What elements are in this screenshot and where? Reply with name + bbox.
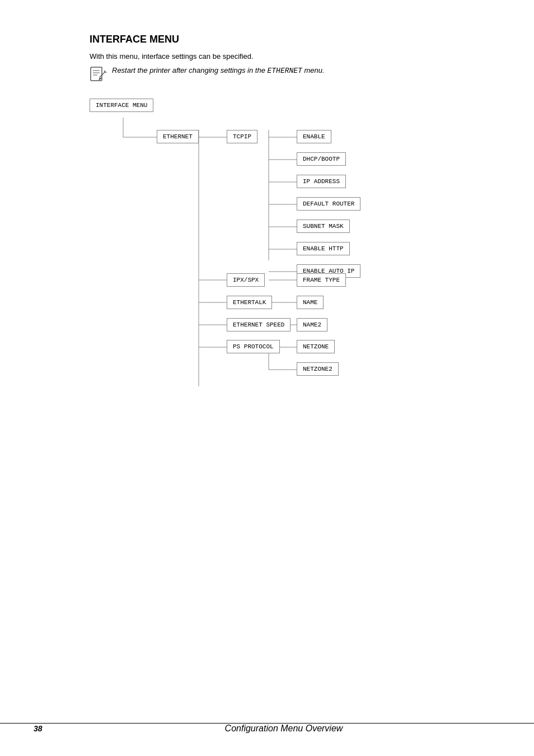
page-container: INTERFACE MENU With this menu, interface… — [0, 0, 534, 756]
tcpip-box: TCPIP — [227, 130, 257, 143]
enablehttp-box: ENABLE HTTP — [297, 242, 350, 255]
name2-box: NAME2 — [297, 318, 327, 332]
top-level-box: INTERFACE MENU — [90, 99, 153, 112]
netzone2-box: NETZONE2 — [297, 362, 339, 376]
ethernet-speed-box: ETHERNET SPEED — [227, 318, 291, 332]
diagram-lines — [90, 118, 448, 465]
ethernet-box: ETHERNET — [157, 130, 199, 143]
dhcpbootp-box: DHCP/BOOTP — [297, 152, 346, 166]
footer-page-number: 38 — [34, 724, 67, 733]
note-mono: ETHERNET — [268, 67, 302, 75]
note-icon — [90, 66, 107, 82]
ipaddress-box: IP ADDRESS — [297, 175, 346, 188]
name-box: NAME — [297, 296, 324, 309]
description: With this menu, interface settings can b… — [90, 52, 489, 60]
footer-title: Configuration Menu Overview — [67, 724, 500, 734]
diagram-wrapper: ETHERNET TCPIP IPX/SPX ETHERTALK ETHERNE… — [90, 118, 448, 465]
section-title: INTERFACE MENU — [90, 34, 489, 45]
ipxspx-box: IPX/SPX — [227, 273, 265, 287]
svg-line-4 — [100, 72, 105, 77]
frametype-box: FRAME TYPE — [297, 273, 346, 287]
svg-marker-5 — [99, 77, 102, 81]
netzone-box: NETZONE — [297, 340, 335, 353]
subnetmask-box: SUBNET MASK — [297, 220, 350, 233]
note-text: Restart the printer after changing setti… — [112, 66, 325, 75]
ethertalk-box: ETHERTALK — [227, 296, 272, 309]
menu-diagram: INTERFACE MENU — [90, 99, 489, 465]
footer: 38 Configuration Menu Overview — [0, 723, 534, 734]
defaultrouter-box: DEFAULT ROUTER — [297, 197, 360, 211]
note-container: Restart the printer after changing setti… — [90, 66, 489, 82]
enable-box: ENABLE — [297, 130, 331, 143]
ps-protocol-box: PS PROTOCOL — [227, 340, 280, 353]
